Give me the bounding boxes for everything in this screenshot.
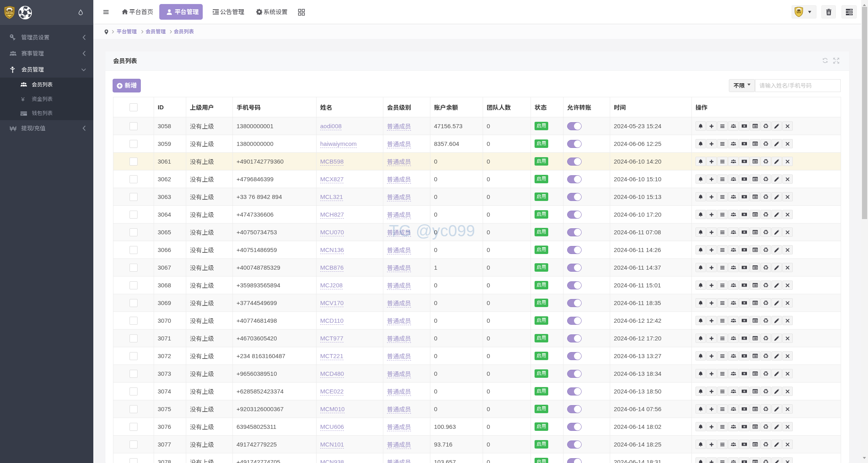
svg-text:MHB: MHB (6, 11, 13, 15)
svg-text:MH: MH (797, 11, 801, 14)
